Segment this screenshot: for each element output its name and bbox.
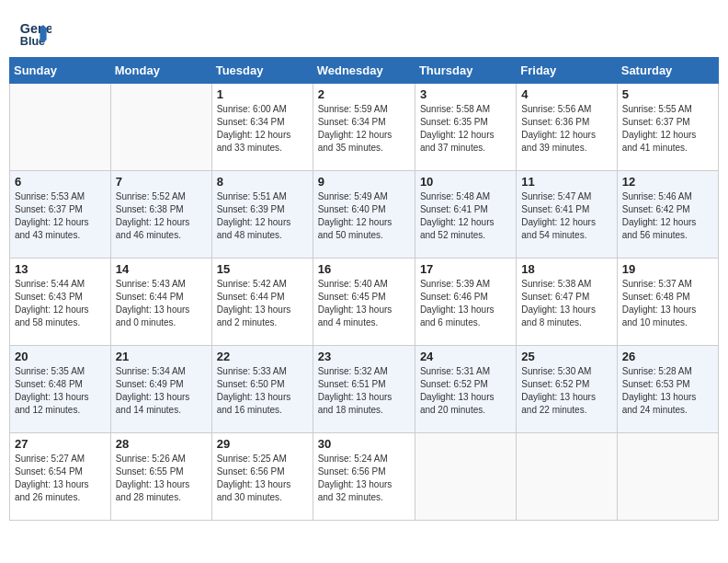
day-info: Sunrise: 5:26 AM Sunset: 6:55 PM Dayligh… — [116, 453, 207, 504]
day-number: 2 — [318, 87, 410, 101]
day-of-week-header: Saturday — [617, 58, 718, 84]
calendar-cell: 30Sunrise: 5:24 AM Sunset: 6:56 PM Dayli… — [313, 433, 415, 521]
day-info: Sunrise: 5:35 AM Sunset: 6:48 PM Dayligh… — [15, 365, 106, 417]
calendar-cell: 17Sunrise: 5:39 AM Sunset: 6:46 PM Dayli… — [415, 259, 516, 346]
day-info: Sunrise: 5:34 AM Sunset: 6:49 PM Dayligh… — [116, 365, 207, 417]
day-number: 13 — [15, 262, 106, 276]
day-info: Sunrise: 5:47 AM Sunset: 6:41 PM Dayligh… — [521, 190, 611, 242]
calendar-cell: 27Sunrise: 5:27 AM Sunset: 6:54 PM Dayli… — [10, 433, 111, 521]
calendar-week-row: 20Sunrise: 5:35 AM Sunset: 6:48 PM Dayli… — [10, 346, 719, 433]
calendar-cell: 2Sunrise: 5:59 AM Sunset: 6:34 PM Daylig… — [313, 84, 415, 171]
day-info: Sunrise: 5:38 AM Sunset: 6:47 PM Dayligh… — [521, 278, 611, 329]
calendar-cell: 4Sunrise: 5:56 AM Sunset: 6:36 PM Daylig… — [517, 84, 617, 171]
calendar-cell: 19Sunrise: 5:37 AM Sunset: 6:48 PM Dayli… — [617, 259, 718, 346]
day-number: 22 — [217, 350, 308, 363]
calendar-cell: 8Sunrise: 5:51 AM Sunset: 6:39 PM Daylig… — [211, 171, 313, 259]
day-number: 10 — [420, 175, 511, 189]
calendar-cell — [110, 84, 211, 171]
day-number: 17 — [420, 262, 511, 276]
day-of-week-header: Friday — [517, 58, 617, 84]
calendar-cell: 3Sunrise: 5:58 AM Sunset: 6:35 PM Daylig… — [415, 84, 516, 171]
calendar-cell: 7Sunrise: 5:52 AM Sunset: 6:38 PM Daylig… — [110, 171, 211, 259]
day-info: Sunrise: 5:24 AM Sunset: 6:56 PM Dayligh… — [318, 453, 410, 504]
day-number: 23 — [318, 350, 410, 363]
day-number: 24 — [420, 350, 511, 363]
calendar-cell: 14Sunrise: 5:43 AM Sunset: 6:44 PM Dayli… — [110, 259, 211, 346]
day-number: 19 — [622, 262, 713, 276]
calendar-cell: 16Sunrise: 5:40 AM Sunset: 6:45 PM Dayli… — [313, 259, 415, 346]
page-header: General Blue — [9, 9, 719, 50]
day-info: Sunrise: 5:44 AM Sunset: 6:43 PM Dayligh… — [15, 278, 106, 329]
calendar-cell — [517, 433, 617, 521]
day-number: 28 — [116, 437, 207, 451]
day-number: 9 — [318, 175, 410, 189]
day-info: Sunrise: 5:27 AM Sunset: 6:54 PM Dayligh… — [15, 453, 106, 504]
day-number: 15 — [217, 262, 308, 276]
calendar-week-row: 13Sunrise: 5:44 AM Sunset: 6:43 PM Dayli… — [10, 259, 719, 346]
day-number: 1 — [217, 87, 308, 101]
day-info: Sunrise: 6:00 AM Sunset: 6:34 PM Dayligh… — [217, 103, 308, 155]
calendar-cell: 6Sunrise: 5:53 AM Sunset: 6:37 PM Daylig… — [10, 171, 111, 259]
day-info: Sunrise: 5:32 AM Sunset: 6:51 PM Dayligh… — [318, 365, 410, 417]
day-info: Sunrise: 5:42 AM Sunset: 6:44 PM Dayligh… — [217, 278, 308, 329]
calendar-cell: 18Sunrise: 5:38 AM Sunset: 6:47 PM Dayli… — [517, 259, 617, 346]
day-info: Sunrise: 5:31 AM Sunset: 6:52 PM Dayligh… — [420, 365, 511, 417]
calendar-cell: 26Sunrise: 5:28 AM Sunset: 6:53 PM Dayli… — [617, 346, 718, 433]
calendar-header-row: SundayMondayTuesdayWednesdayThursdayFrid… — [10, 58, 719, 84]
calendar-cell: 1Sunrise: 6:00 AM Sunset: 6:34 PM Daylig… — [211, 84, 313, 171]
calendar-cell: 23Sunrise: 5:32 AM Sunset: 6:51 PM Dayli… — [313, 346, 415, 433]
day-info: Sunrise: 5:55 AM Sunset: 6:37 PM Dayligh… — [622, 103, 713, 155]
day-info: Sunrise: 5:30 AM Sunset: 6:52 PM Dayligh… — [521, 365, 611, 417]
day-info: Sunrise: 5:56 AM Sunset: 6:36 PM Dayligh… — [521, 103, 611, 155]
day-number: 6 — [15, 175, 106, 189]
logo: General Blue — [18, 17, 51, 50]
calendar-cell: 9Sunrise: 5:49 AM Sunset: 6:40 PM Daylig… — [313, 171, 415, 259]
day-number: 7 — [116, 175, 207, 189]
calendar-cell: 20Sunrise: 5:35 AM Sunset: 6:48 PM Dayli… — [10, 346, 111, 433]
day-number: 30 — [318, 437, 410, 451]
day-number: 5 — [622, 87, 713, 101]
day-number: 18 — [521, 262, 611, 276]
day-number: 25 — [521, 350, 611, 363]
calendar-cell: 25Sunrise: 5:30 AM Sunset: 6:52 PM Dayli… — [517, 346, 617, 433]
calendar-cell: 15Sunrise: 5:42 AM Sunset: 6:44 PM Dayli… — [211, 259, 313, 346]
day-number: 21 — [116, 350, 207, 363]
calendar-cell: 21Sunrise: 5:34 AM Sunset: 6:49 PM Dayli… — [110, 346, 211, 433]
day-of-week-header: Thursday — [415, 58, 516, 84]
calendar-week-row: 27Sunrise: 5:27 AM Sunset: 6:54 PM Dayli… — [10, 433, 719, 521]
calendar-cell — [617, 433, 718, 521]
day-info: Sunrise: 5:53 AM Sunset: 6:37 PM Dayligh… — [15, 190, 106, 242]
logo-icon: General Blue — [18, 17, 51, 50]
calendar-cell: 11Sunrise: 5:47 AM Sunset: 6:41 PM Dayli… — [517, 171, 617, 259]
day-number: 26 — [622, 350, 713, 363]
calendar-cell: 22Sunrise: 5:33 AM Sunset: 6:50 PM Dayli… — [211, 346, 313, 433]
day-info: Sunrise: 5:46 AM Sunset: 6:42 PM Dayligh… — [622, 190, 713, 242]
calendar-table: SundayMondayTuesdayWednesdayThursdayFrid… — [9, 57, 719, 521]
day-info: Sunrise: 5:37 AM Sunset: 6:48 PM Dayligh… — [622, 278, 713, 329]
day-of-week-header: Tuesday — [211, 58, 313, 84]
day-of-week-header: Wednesday — [313, 58, 415, 84]
day-info: Sunrise: 5:59 AM Sunset: 6:34 PM Dayligh… — [318, 103, 410, 155]
calendar-cell: 28Sunrise: 5:26 AM Sunset: 6:55 PM Dayli… — [110, 433, 211, 521]
calendar-week-row: 6Sunrise: 5:53 AM Sunset: 6:37 PM Daylig… — [10, 171, 719, 259]
day-info: Sunrise: 5:49 AM Sunset: 6:40 PM Dayligh… — [318, 190, 410, 242]
calendar-cell — [415, 433, 516, 521]
day-number: 3 — [420, 87, 511, 101]
day-info: Sunrise: 5:25 AM Sunset: 6:56 PM Dayligh… — [217, 453, 308, 504]
day-of-week-header: Monday — [110, 58, 211, 84]
day-number: 8 — [217, 175, 308, 189]
day-info: Sunrise: 5:33 AM Sunset: 6:50 PM Dayligh… — [217, 365, 308, 417]
day-info: Sunrise: 5:28 AM Sunset: 6:53 PM Dayligh… — [622, 365, 713, 417]
day-number: 16 — [318, 262, 410, 276]
day-number: 12 — [622, 175, 713, 189]
calendar-week-row: 1Sunrise: 6:00 AM Sunset: 6:34 PM Daylig… — [10, 84, 719, 171]
calendar-cell: 5Sunrise: 5:55 AM Sunset: 6:37 PM Daylig… — [617, 84, 718, 171]
svg-text:General: General — [20, 21, 51, 36]
day-info: Sunrise: 5:48 AM Sunset: 6:41 PM Dayligh… — [420, 190, 511, 242]
day-info: Sunrise: 5:51 AM Sunset: 6:39 PM Dayligh… — [217, 190, 308, 242]
day-number: 11 — [521, 175, 611, 189]
calendar-cell — [10, 84, 111, 171]
calendar-cell: 10Sunrise: 5:48 AM Sunset: 6:41 PM Dayli… — [415, 171, 516, 259]
calendar-cell: 24Sunrise: 5:31 AM Sunset: 6:52 PM Dayli… — [415, 346, 516, 433]
calendar-cell: 13Sunrise: 5:44 AM Sunset: 6:43 PM Dayli… — [10, 259, 111, 346]
